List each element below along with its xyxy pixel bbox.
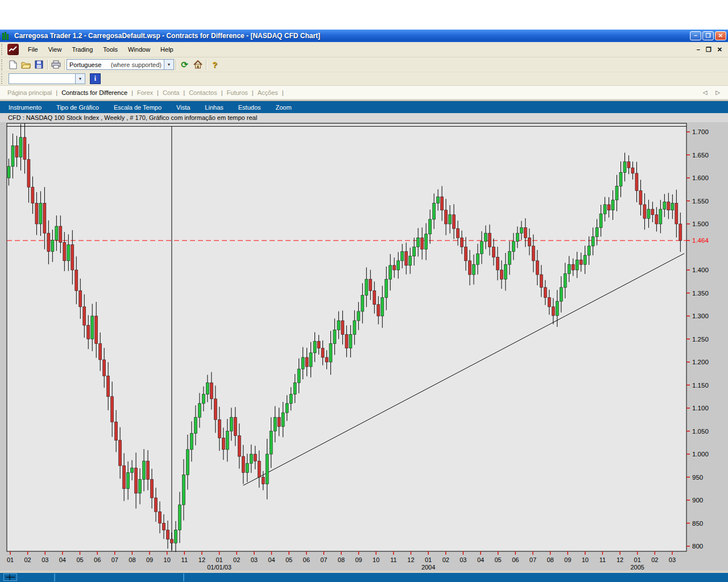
language-value: Portuguese	[69, 61, 101, 68]
svg-text:1.700: 1.700	[692, 128, 709, 135]
minimize-button[interactable]: –	[690, 31, 701, 40]
candle-75	[305, 357, 308, 367]
svg-text:09: 09	[564, 556, 571, 563]
candle-111	[449, 215, 452, 224]
chart-menu-instrumento[interactable]: Instrumento	[2, 103, 48, 112]
price-chart[interactable]: 1.7001.6501.6001.5501.5001.4001.3501.300…	[0, 122, 728, 571]
chart-menu-estudos[interactable]: Estudos	[232, 103, 267, 112]
candle-145	[584, 255, 586, 264]
instrument-search-input[interactable]	[9, 73, 76, 84]
svg-text:06: 06	[94, 556, 101, 563]
candle-32	[135, 468, 138, 493]
candle-56	[230, 417, 233, 431]
toolbar-grip[interactable]	[1, 73, 4, 84]
tab-futuros[interactable]: Futuros	[223, 87, 252, 98]
language-dropdown-icon[interactable]: ▼	[164, 59, 174, 70]
candle-164	[659, 209, 662, 224]
last-price-label: 1.464	[692, 237, 709, 244]
svg-text:1.200: 1.200	[692, 359, 709, 365]
candle-55	[226, 431, 229, 450]
candle-95	[385, 279, 388, 297]
mdi-minimize-button[interactable]: –	[697, 46, 700, 53]
mdi-close-button[interactable]: ✕	[717, 46, 722, 53]
svg-text:05: 05	[286, 556, 292, 563]
candle-142	[572, 264, 574, 270]
candle-18	[79, 290, 82, 306]
info-button[interactable]: i	[90, 73, 101, 84]
refresh-icon[interactable]: ⟳	[178, 59, 191, 71]
candle-39	[162, 523, 165, 530]
tab-contracts-for-difference[interactable]: Contracts for Difference	[57, 87, 131, 98]
tab-contactos[interactable]: Contactos	[185, 87, 221, 98]
svg-text:07: 07	[320, 556, 327, 563]
candle-48	[198, 404, 201, 417]
candle-87	[353, 321, 356, 334]
svg-text:02: 02	[442, 556, 449, 563]
print-button[interactable]	[49, 59, 63, 71]
instrument-dropdown-icon[interactable]: ▼	[76, 73, 85, 84]
candle-168	[675, 203, 678, 224]
candle-104	[421, 238, 424, 249]
close-button[interactable]: ✕	[715, 31, 726, 40]
open-file-button[interactable]	[19, 59, 32, 71]
chart-menu-tipo-de-gr-fico[interactable]: Tipo de Gráfico	[50, 103, 105, 112]
menu-file[interactable]: File	[23, 44, 43, 55]
candle-27	[115, 422, 118, 440]
toolbar-grip[interactable]	[1, 44, 4, 56]
chart-menu-zoom[interactable]: Zoom	[270, 103, 298, 112]
menu-view[interactable]: View	[44, 44, 67, 55]
svg-text:1.300: 1.300	[692, 313, 709, 319]
candle-144	[580, 260, 582, 264]
svg-text:05: 05	[495, 556, 502, 563]
crosshair-tool-button[interactable]	[3, 573, 17, 581]
candle-11	[51, 240, 54, 251]
tab-ac-es[interactable]: Acções	[254, 87, 282, 98]
candle-57	[234, 417, 237, 435]
tab-p-gina-principal[interactable]: Página principal	[3, 87, 56, 98]
chart-menu-vista[interactable]: Vista	[170, 103, 196, 112]
candle-140	[564, 273, 566, 287]
chart-menu-escala-de-tempo[interactable]: Escala de Tempo	[107, 103, 168, 112]
help-icon[interactable]: ?	[208, 59, 221, 71]
tab-scroll-arrows[interactable]: ◁ ▷	[703, 89, 725, 95]
save-button[interactable]	[32, 59, 46, 71]
menu-tools[interactable]: Tools	[98, 44, 122, 55]
candle-163	[655, 215, 658, 224]
language-select[interactable]: Portuguese (where supported)	[67, 59, 164, 70]
candle-46	[190, 434, 193, 450]
svg-text:04: 04	[477, 556, 484, 563]
restore-button[interactable]: ❐	[702, 31, 714, 40]
candle-63	[258, 461, 260, 477]
candle-147	[592, 237, 594, 246]
candle-141	[568, 264, 570, 273]
title-bar[interactable]: Carregosa Trader 1.2 - CarregosaDefault.…	[0, 30, 728, 42]
candle-45	[186, 450, 189, 475]
svg-text:08: 08	[547, 556, 553, 563]
menu-window[interactable]: Window	[123, 44, 155, 55]
candle-50	[206, 383, 209, 394]
svg-text:01: 01	[7, 556, 14, 563]
menu-trading[interactable]: Trading	[67, 44, 97, 55]
home-icon[interactable]	[191, 59, 204, 71]
new-document-button[interactable]	[6, 59, 19, 71]
candle-100	[405, 252, 408, 265]
svg-text:07: 07	[530, 556, 536, 563]
chart-menu-linhas[interactable]: Linhas	[198, 103, 229, 112]
tab-forex[interactable]: Forex	[133, 87, 157, 98]
candle-76	[309, 353, 312, 367]
candlestick-chart-canvas[interactable]: 1.7001.6501.6001.5501.5001.4001.3501.300…	[0, 122, 728, 571]
svg-text:06: 06	[303, 556, 310, 563]
toolbar-grip[interactable]	[1, 59, 4, 70]
mdi-restore-button[interactable]: ❐	[706, 46, 712, 53]
tabs: Página principal|Contracts for Differenc…	[3, 89, 284, 96]
menu-help[interactable]: Help	[156, 44, 178, 55]
window-title: Carregosa Trader 1.2 - CarregosaDefault.…	[14, 32, 690, 40]
candle-14	[63, 242, 66, 260]
candle-154	[619, 172, 622, 186]
candle-73	[297, 369, 300, 383]
candle-105	[425, 234, 428, 250]
candle-59	[242, 456, 245, 472]
candle-70	[286, 404, 288, 413]
svg-text:900: 900	[692, 497, 703, 504]
tab-conta[interactable]: Conta	[159, 87, 183, 98]
